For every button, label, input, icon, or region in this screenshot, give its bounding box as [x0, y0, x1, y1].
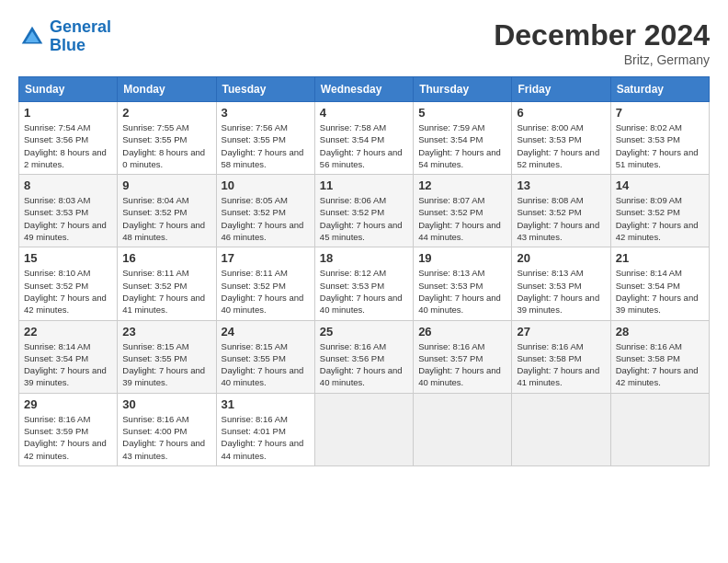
calendar-cell: 30 Sunrise: 8:16 AM Sunset: 4:00 PM Dayl… [118, 393, 216, 465]
day-info: Sunrise: 8:16 AM Sunset: 3:57 PM Dayligh… [418, 340, 506, 389]
logo: General Blue [18, 18, 111, 55]
calendar-cell: 22 Sunrise: 8:14 AM Sunset: 3:54 PM Dayl… [19, 320, 118, 393]
day-info: Sunrise: 8:11 AM Sunset: 3:52 PM Dayligh… [222, 267, 310, 316]
location-subtitle: Britz, Germany [494, 52, 710, 67]
calendar-cell: 9 Sunrise: 8:04 AM Sunset: 3:52 PM Dayli… [118, 175, 216, 247]
day-info: Sunrise: 8:16 AM Sunset: 4:01 PM Dayligh… [222, 413, 310, 462]
logo-blue: Blue [50, 36, 85, 54]
day-number: 17 [222, 251, 310, 265]
day-info: Sunrise: 8:11 AM Sunset: 3:52 PM Dayligh… [122, 267, 210, 316]
day-info: Sunrise: 7:55 AM Sunset: 3:55 PM Dayligh… [122, 121, 210, 170]
calendar-cell: 20 Sunrise: 8:13 AM Sunset: 3:53 PM Dayl… [512, 247, 610, 320]
calendar-row: 1 Sunrise: 7:54 AM Sunset: 3:56 PM Dayli… [19, 102, 710, 175]
title-block: December 2024 Britz, Germany [494, 18, 710, 67]
col-monday: Monday [118, 77, 216, 102]
day-number: 27 [517, 325, 605, 339]
day-number: 7 [616, 106, 704, 120]
calendar-cell: 16 Sunrise: 8:11 AM Sunset: 3:52 PM Dayl… [118, 247, 216, 320]
day-number: 15 [24, 251, 112, 265]
day-info: Sunrise: 8:16 AM Sunset: 3:59 PM Dayligh… [24, 413, 112, 462]
calendar-cell: 24 Sunrise: 8:15 AM Sunset: 3:55 PM Dayl… [216, 320, 314, 393]
day-number: 10 [222, 178, 310, 192]
calendar-row: 22 Sunrise: 8:14 AM Sunset: 3:54 PM Dayl… [19, 320, 710, 393]
col-wednesday: Wednesday [314, 77, 413, 102]
month-title: December 2024 [494, 18, 710, 52]
calendar-cell: 5 Sunrise: 7:59 AM Sunset: 3:54 PM Dayli… [414, 102, 512, 175]
day-number: 25 [320, 325, 408, 339]
day-number: 21 [616, 251, 704, 265]
calendar-cell: 6 Sunrise: 8:00 AM Sunset: 3:53 PM Dayli… [512, 102, 610, 175]
day-info: Sunrise: 8:05 AM Sunset: 3:52 PM Dayligh… [222, 194, 310, 243]
day-number: 20 [517, 251, 605, 265]
day-number: 3 [222, 106, 310, 120]
day-info: Sunrise: 8:13 AM Sunset: 3:53 PM Dayligh… [418, 267, 506, 316]
day-info: Sunrise: 8:02 AM Sunset: 3:53 PM Dayligh… [616, 121, 704, 170]
day-number: 23 [122, 325, 210, 339]
day-info: Sunrise: 7:56 AM Sunset: 3:55 PM Dayligh… [222, 121, 310, 170]
calendar-row: 29 Sunrise: 8:16 AM Sunset: 3:59 PM Dayl… [19, 393, 710, 465]
day-info: Sunrise: 8:12 AM Sunset: 3:53 PM Dayligh… [320, 267, 408, 316]
day-info: Sunrise: 8:00 AM Sunset: 3:53 PM Dayligh… [517, 121, 605, 170]
calendar-cell: 14 Sunrise: 8:09 AM Sunset: 3:52 PM Dayl… [610, 175, 709, 247]
col-saturday: Saturday [610, 77, 709, 102]
day-info: Sunrise: 8:15 AM Sunset: 3:55 PM Dayligh… [122, 340, 210, 389]
day-number: 30 [122, 397, 210, 411]
day-info: Sunrise: 7:59 AM Sunset: 3:54 PM Dayligh… [418, 121, 506, 170]
logo-general: General [50, 17, 111, 36]
day-number: 31 [222, 397, 310, 411]
day-info: Sunrise: 8:10 AM Sunset: 3:52 PM Dayligh… [24, 267, 112, 316]
calendar-header-row: Sunday Monday Tuesday Wednesday Thursday… [19, 77, 710, 102]
day-number: 29 [24, 397, 112, 411]
day-number: 12 [418, 178, 506, 192]
calendar-row: 15 Sunrise: 8:10 AM Sunset: 3:52 PM Dayl… [19, 247, 710, 320]
day-number: 14 [616, 178, 704, 192]
calendar-cell: 1 Sunrise: 7:54 AM Sunset: 3:56 PM Dayli… [19, 102, 118, 175]
col-thursday: Thursday [414, 77, 512, 102]
col-tuesday: Tuesday [216, 77, 314, 102]
calendar-cell: 26 Sunrise: 8:16 AM Sunset: 3:57 PM Dayl… [414, 320, 512, 393]
calendar-cell: 15 Sunrise: 8:10 AM Sunset: 3:52 PM Dayl… [19, 247, 118, 320]
day-number: 9 [122, 178, 210, 192]
day-info: Sunrise: 8:15 AM Sunset: 3:55 PM Dayligh… [222, 340, 310, 389]
calendar-cell: 4 Sunrise: 7:58 AM Sunset: 3:54 PM Dayli… [314, 102, 413, 175]
calendar-cell: 19 Sunrise: 8:13 AM Sunset: 3:53 PM Dayl… [414, 247, 512, 320]
day-info: Sunrise: 8:14 AM Sunset: 3:54 PM Dayligh… [24, 340, 112, 389]
day-number: 6 [517, 106, 605, 120]
day-number: 13 [517, 178, 605, 192]
calendar-table: Sunday Monday Tuesday Wednesday Thursday… [18, 76, 710, 466]
calendar-cell: 12 Sunrise: 8:07 AM Sunset: 3:52 PM Dayl… [414, 175, 512, 247]
page-header: General Blue December 2024 Britz, German… [18, 18, 710, 67]
col-friday: Friday [512, 77, 610, 102]
calendar-row: 8 Sunrise: 8:03 AM Sunset: 3:53 PM Dayli… [19, 175, 710, 247]
calendar-cell [414, 393, 512, 465]
day-number: 8 [24, 178, 112, 192]
calendar-cell: 13 Sunrise: 8:08 AM Sunset: 3:52 PM Dayl… [512, 175, 610, 247]
day-number: 11 [320, 178, 408, 192]
calendar-cell: 10 Sunrise: 8:05 AM Sunset: 3:52 PM Dayl… [216, 175, 314, 247]
day-info: Sunrise: 8:16 AM Sunset: 3:56 PM Dayligh… [320, 340, 408, 389]
calendar-body: 1 Sunrise: 7:54 AM Sunset: 3:56 PM Dayli… [19, 102, 710, 466]
day-info: Sunrise: 8:07 AM Sunset: 3:52 PM Dayligh… [418, 194, 506, 243]
day-number: 18 [320, 251, 408, 265]
calendar-cell: 7 Sunrise: 8:02 AM Sunset: 3:53 PM Dayli… [610, 102, 709, 175]
calendar-cell: 8 Sunrise: 8:03 AM Sunset: 3:53 PM Dayli… [19, 175, 118, 247]
day-info: Sunrise: 8:14 AM Sunset: 3:54 PM Dayligh… [616, 267, 704, 316]
day-info: Sunrise: 8:03 AM Sunset: 3:53 PM Dayligh… [24, 194, 112, 243]
day-info: Sunrise: 8:16 AM Sunset: 3:58 PM Dayligh… [616, 340, 704, 389]
calendar-cell: 2 Sunrise: 7:55 AM Sunset: 3:55 PM Dayli… [118, 102, 216, 175]
day-number: 4 [320, 106, 408, 120]
calendar-cell: 21 Sunrise: 8:14 AM Sunset: 3:54 PM Dayl… [610, 247, 709, 320]
day-number: 28 [616, 325, 704, 339]
day-number: 16 [122, 251, 210, 265]
calendar-cell: 23 Sunrise: 8:15 AM Sunset: 3:55 PM Dayl… [118, 320, 216, 393]
col-sunday: Sunday [19, 77, 118, 102]
logo-icon [18, 23, 46, 51]
calendar-cell: 27 Sunrise: 8:16 AM Sunset: 3:58 PM Dayl… [512, 320, 610, 393]
calendar-cell: 3 Sunrise: 7:56 AM Sunset: 3:55 PM Dayli… [216, 102, 314, 175]
calendar-cell: 17 Sunrise: 8:11 AM Sunset: 3:52 PM Dayl… [216, 247, 314, 320]
day-number: 5 [418, 106, 506, 120]
calendar-cell: 28 Sunrise: 8:16 AM Sunset: 3:58 PM Dayl… [610, 320, 709, 393]
day-info: Sunrise: 8:04 AM Sunset: 3:52 PM Dayligh… [122, 194, 210, 243]
day-number: 26 [418, 325, 506, 339]
calendar-cell: 25 Sunrise: 8:16 AM Sunset: 3:56 PM Dayl… [314, 320, 413, 393]
